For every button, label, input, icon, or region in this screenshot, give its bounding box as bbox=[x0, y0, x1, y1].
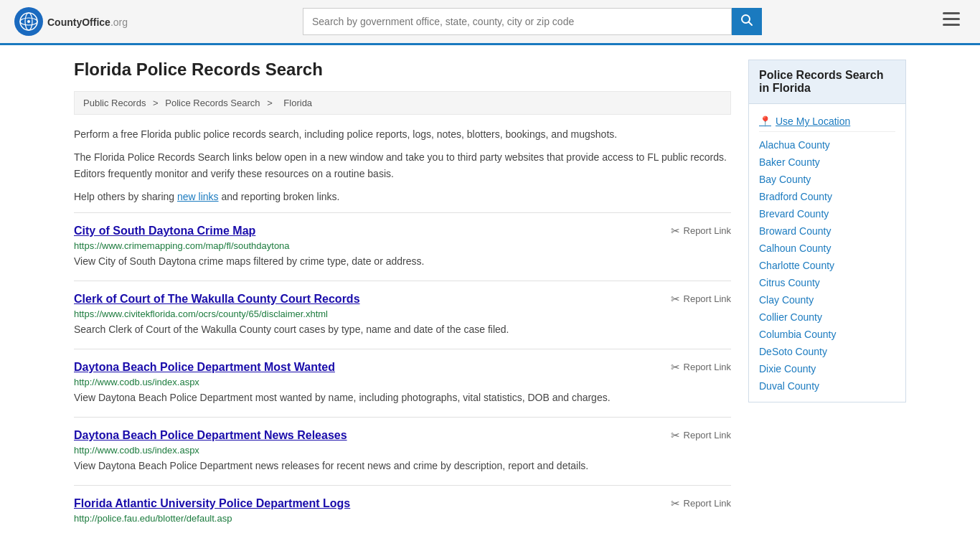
sidebar-county-9[interactable]: Clay County bbox=[759, 294, 814, 306]
report-icon-2: ✂ bbox=[671, 361, 680, 374]
breadcrumb-public-records[interactable]: Public Records bbox=[83, 98, 146, 108]
breadcrumb-police-records-search[interactable]: Police Records Search bbox=[165, 98, 260, 108]
logo-icon bbox=[14, 7, 43, 36]
logo-text: CountyOffice.org bbox=[47, 14, 128, 29]
result-card-0: City of South Daytona Crime Map ✂ Report… bbox=[74, 212, 731, 281]
report-icon-4: ✂ bbox=[671, 497, 680, 510]
result-desc-3: View Daytona Beach Police Department new… bbox=[74, 458, 731, 474]
result-title-4[interactable]: Florida Atlantic University Police Depar… bbox=[74, 497, 350, 510]
list-item: Broward County bbox=[759, 222, 895, 240]
list-item: Citrus County bbox=[759, 274, 895, 291]
result-url-4[interactable]: http://police.fau.edu/blotter/default.as… bbox=[74, 513, 731, 524]
list-item: Bay County bbox=[759, 171, 895, 188]
sidebar-county-10[interactable]: Collier County bbox=[759, 311, 822, 323]
county-list: Alachua CountyBaker CountyBay CountyBrad… bbox=[759, 136, 895, 395]
breadcrumb-florida: Florida bbox=[283, 98, 312, 108]
sidebar-county-13[interactable]: Dixie County bbox=[759, 363, 816, 375]
sidebar-county-14[interactable]: Duval County bbox=[759, 380, 819, 392]
sidebar-county-5[interactable]: Broward County bbox=[759, 225, 831, 237]
use-my-location[interactable]: 📍 Use My Location bbox=[759, 111, 895, 132]
list-item: Duval County bbox=[759, 377, 895, 395]
list-item: Calhoun County bbox=[759, 240, 895, 257]
page-container: Florida Police Records Search Public Rec… bbox=[60, 45, 920, 551]
list-item: Brevard County bbox=[759, 205, 895, 222]
report-link-1[interactable]: ✂ Report Link bbox=[671, 293, 731, 306]
site-header: CountyOffice.org bbox=[0, 0, 980, 45]
result-title-2[interactable]: Daytona Beach Police Department Most Wan… bbox=[74, 361, 335, 374]
report-icon-0: ✂ bbox=[671, 225, 680, 237]
menu-button[interactable] bbox=[937, 9, 966, 34]
logo-area: CountyOffice.org bbox=[14, 7, 128, 36]
list-item: Collier County bbox=[759, 309, 895, 326]
report-icon-3: ✂ bbox=[671, 429, 680, 442]
sidebar-county-7[interactable]: Charlotte County bbox=[759, 260, 834, 271]
list-item: DeSoto County bbox=[759, 343, 895, 360]
result-url-1[interactable]: https://www.civitekflorida.com/ocrs/coun… bbox=[74, 309, 731, 319]
report-link-2[interactable]: ✂ Report Link bbox=[671, 361, 731, 374]
sidebar-content: 📍 Use My Location Alachua CountyBaker Co… bbox=[748, 104, 906, 402]
page-title: Florida Police Records Search bbox=[74, 60, 731, 80]
result-desc-0: View City of South Daytona crime maps fi… bbox=[74, 254, 731, 269]
svg-line-5 bbox=[749, 22, 753, 26]
sidebar-county-3[interactable]: Bradford County bbox=[759, 191, 832, 202]
result-url-3[interactable]: http://www.codb.us/index.aspx bbox=[74, 445, 731, 456]
svg-rect-8 bbox=[943, 24, 960, 26]
description-3: Help others by sharing new links and rep… bbox=[74, 189, 731, 204]
sidebar-county-6[interactable]: Calhoun County bbox=[759, 242, 831, 254]
svg-rect-6 bbox=[943, 12, 960, 14]
main-content: Florida Police Records Search Public Rec… bbox=[74, 60, 731, 538]
search-input[interactable] bbox=[303, 8, 732, 35]
description-1: Perform a free Florida public police rec… bbox=[74, 126, 731, 142]
report-link-3[interactable]: ✂ Report Link bbox=[671, 429, 731, 442]
result-title-3[interactable]: Daytona Beach Police Department News Rel… bbox=[74, 429, 347, 442]
report-link-4[interactable]: ✂ Report Link bbox=[671, 497, 731, 510]
result-title-1[interactable]: Clerk of Court of The Wakulla County Cou… bbox=[74, 293, 360, 306]
search-button[interactable] bbox=[732, 8, 762, 35]
sidebar-header: Police Records Search in Florida bbox=[748, 60, 906, 104]
result-desc-1: Search Clerk of Court of the Wakulla Cou… bbox=[74, 322, 731, 337]
search-area bbox=[303, 8, 762, 35]
result-url-2[interactable]: http://www.codb.us/index.aspx bbox=[74, 377, 731, 387]
list-item: Dixie County bbox=[759, 360, 895, 377]
breadcrumb: Public Records > Police Records Search >… bbox=[74, 91, 731, 115]
result-card-3: Daytona Beach Police Department News Rel… bbox=[74, 417, 731, 485]
sidebar-county-12[interactable]: DeSoto County bbox=[759, 346, 827, 357]
result-card-2: Daytona Beach Police Department Most Wan… bbox=[74, 349, 731, 417]
sidebar-county-8[interactable]: Citrus County bbox=[759, 277, 820, 288]
sidebar-county-2[interactable]: Bay County bbox=[759, 174, 811, 185]
results-list: City of South Daytona Crime Map ✂ Report… bbox=[74, 212, 731, 538]
result-title-0[interactable]: City of South Daytona Crime Map bbox=[74, 225, 255, 237]
description-2: The Florida Police Records Search links … bbox=[74, 149, 731, 182]
list-item: Clay County bbox=[759, 291, 895, 309]
report-link-0[interactable]: ✂ Report Link bbox=[671, 225, 731, 237]
sidebar: Police Records Search in Florida 📍 Use M… bbox=[748, 60, 906, 538]
svg-rect-7 bbox=[943, 18, 960, 20]
sidebar-county-11[interactable]: Columbia County bbox=[759, 329, 836, 340]
svg-point-3 bbox=[27, 20, 30, 23]
sidebar-county-1[interactable]: Baker County bbox=[759, 156, 820, 168]
result-url-0[interactable]: https://www.crimemapping.com/map/fl/sout… bbox=[74, 240, 731, 251]
result-card-1: Clerk of Court of The Wakulla County Cou… bbox=[74, 281, 731, 349]
sidebar-county-0[interactable]: Alachua County bbox=[759, 139, 830, 151]
list-item: Baker County bbox=[759, 154, 895, 171]
new-links-link[interactable]: new links bbox=[177, 191, 219, 202]
list-item: Bradford County bbox=[759, 188, 895, 205]
sidebar-county-4[interactable]: Brevard County bbox=[759, 208, 829, 220]
list-item: Alachua County bbox=[759, 136, 895, 154]
location-icon: 📍 bbox=[759, 116, 771, 127]
list-item: Charlotte County bbox=[759, 257, 895, 274]
list-item: Columbia County bbox=[759, 326, 895, 343]
result-desc-2: View Daytona Beach Police Department mos… bbox=[74, 390, 731, 405]
result-card-4: Florida Atlantic University Police Depar… bbox=[74, 485, 731, 538]
report-icon-1: ✂ bbox=[671, 293, 680, 306]
